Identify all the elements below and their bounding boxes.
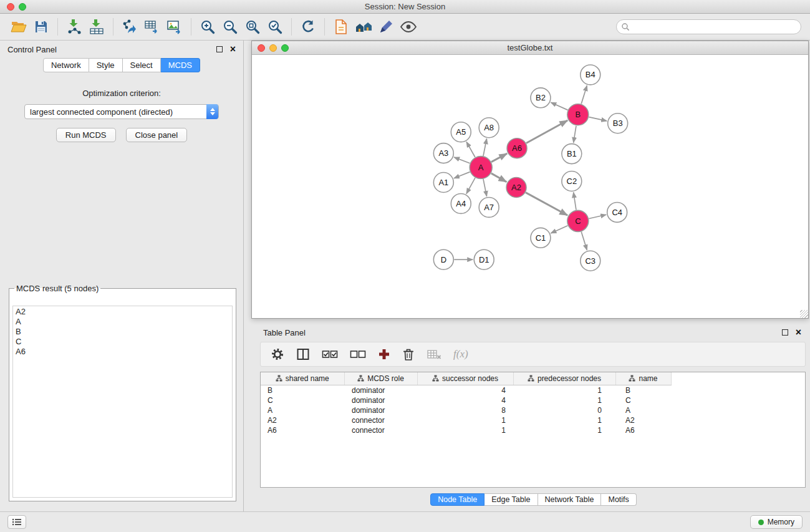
column-header-successor-nodes[interactable]: successor nodes (417, 372, 513, 385)
zoom-in-button[interactable] (196, 16, 219, 37)
table-cell[interactable]: 1 (417, 425, 513, 435)
memory-button[interactable]: Memory (750, 515, 803, 529)
table-cell[interactable]: A6 (615, 425, 671, 435)
edge-A2-C[interactable] (526, 193, 567, 216)
table-cell[interactable]: dominator (344, 405, 417, 415)
table-cell[interactable]: B (615, 385, 671, 396)
export-image-button[interactable] (163, 16, 186, 37)
tab-mcds[interactable]: MCDS (161, 58, 200, 72)
node-C1[interactable]: C1 (531, 228, 551, 248)
close-panel-button[interactable]: Close panel (126, 128, 188, 142)
node-A2[interactable]: A2 (506, 178, 526, 198)
table-cell[interactable]: A6 (261, 425, 344, 435)
node-A1[interactable]: A1 (433, 173, 453, 193)
zoom-selected-button[interactable] (264, 16, 286, 37)
export-network-button[interactable] (118, 16, 141, 37)
table-cell[interactable]: 4 (417, 385, 513, 396)
edge-A-A7[interactable] (483, 179, 487, 196)
close-window-button[interactable] (7, 3, 14, 11)
edge-A-A8[interactable] (483, 138, 487, 156)
node-D1[interactable]: D1 (474, 249, 494, 269)
edge-A-A1[interactable] (454, 172, 470, 178)
network-graph[interactable]: B4B2BB3A5A8A6A3B1AC2A1A2A4A7C4CC1C3DD1 (252, 55, 808, 318)
function-builder-button[interactable]: f(x) (453, 345, 468, 364)
edge-A6-B[interactable] (526, 120, 567, 143)
optimization-select[interactable]: largest connected component (directed) (24, 104, 219, 119)
add-column-button[interactable] (378, 345, 390, 364)
tab-edge-table[interactable]: Edge Table (485, 493, 538, 506)
resize-grip[interactable] (800, 310, 808, 318)
search-input[interactable] (616, 19, 801, 34)
network-minimize-button[interactable] (269, 44, 277, 52)
tab-select[interactable]: Select (123, 58, 161, 72)
node-C4[interactable]: C4 (607, 202, 627, 222)
network-window-titlebar[interactable]: testGlobe.txt (252, 41, 808, 55)
table-cell[interactable]: 4 (417, 395, 513, 405)
zoom-window-button[interactable] (19, 3, 26, 11)
apply-layout-button[interactable] (297, 16, 319, 37)
table-cell[interactable]: A2 (615, 415, 671, 425)
node-C3[interactable]: C3 (581, 251, 600, 271)
edge-C-C2[interactable] (574, 192, 576, 210)
float-table-panel-icon[interactable] (782, 329, 788, 336)
task-history-button[interactable] (7, 515, 26, 529)
table-row[interactable]: Cdominator41C (261, 395, 671, 405)
edge-C-C1[interactable] (551, 226, 567, 233)
table-row[interactable]: A2connector11A2 (261, 415, 671, 425)
table-cell[interactable]: C (261, 395, 344, 405)
tab-network[interactable]: Network (43, 58, 89, 72)
node-A7[interactable]: A7 (479, 197, 499, 217)
edge-C-C4[interactable] (589, 215, 606, 218)
edge-C-C3[interactable] (581, 232, 587, 251)
float-panel-icon[interactable] (216, 46, 223, 52)
edge-A-A2[interactable] (491, 173, 507, 182)
open-session-button[interactable] (7, 16, 30, 37)
node-B1[interactable]: B1 (562, 144, 582, 164)
tab-node-table[interactable]: Node Table (430, 493, 485, 506)
table-cell[interactable]: C (615, 395, 671, 405)
edge-B-B2[interactable] (551, 102, 567, 110)
import-network-button[interactable] (63, 16, 85, 37)
delete-table-button[interactable] (427, 345, 441, 364)
run-mcds-button[interactable]: Run MCDS (56, 128, 116, 142)
table-row[interactable]: A6connector11A6 (261, 425, 671, 435)
network-close-button[interactable] (258, 44, 265, 52)
export-table-button[interactable] (141, 16, 163, 37)
node-A[interactable]: A (470, 157, 492, 179)
close-panel-icon[interactable]: × (230, 46, 236, 52)
close-table-panel-icon[interactable]: × (796, 329, 801, 336)
node-A5[interactable]: A5 (451, 122, 471, 142)
edge-A-A6[interactable] (491, 153, 507, 162)
node-A4[interactable]: A4 (451, 193, 471, 213)
node-D[interactable]: D (433, 249, 453, 269)
node-A3[interactable]: A3 (433, 143, 453, 163)
node-C2[interactable]: C2 (562, 172, 582, 191)
show-columns-button[interactable] (296, 345, 310, 364)
table-cell[interactable]: connector (344, 415, 417, 425)
table-cell[interactable]: 1 (513, 425, 615, 435)
table-cell[interactable]: dominator (344, 395, 417, 405)
zoom-fit-button[interactable] (241, 16, 264, 37)
network-overview-button[interactable] (352, 16, 375, 37)
node-B3[interactable]: B3 (608, 114, 628, 133)
tab-motifs[interactable]: Motifs (601, 493, 636, 506)
mcds-result-item[interactable]: A6 (16, 347, 229, 357)
column-header-name[interactable]: name (615, 372, 671, 385)
import-table-button[interactable] (85, 16, 108, 37)
table-cell[interactable]: 1 (417, 415, 513, 425)
edge-B-B1[interactable] (574, 126, 576, 143)
annotation-button[interactable] (375, 16, 397, 37)
save-session-button[interactable] (30, 16, 52, 37)
edge-A-A5[interactable] (466, 142, 475, 157)
table-cell[interactable]: B (261, 385, 344, 396)
table-row[interactable]: Adominator80A (261, 405, 671, 415)
table-cell[interactable]: A2 (261, 415, 344, 425)
table-cell[interactable]: dominator (344, 385, 417, 396)
delete-column-button[interactable] (402, 345, 415, 364)
table-cell[interactable]: 1 (513, 385, 615, 396)
column-header-MCDS-role[interactable]: MCDS role (344, 372, 417, 385)
node-B2[interactable]: B2 (531, 88, 551, 108)
table-settings-button[interactable] (271, 345, 284, 364)
deselect-all-button[interactable] (350, 345, 366, 364)
node-A6[interactable]: A6 (507, 138, 527, 158)
